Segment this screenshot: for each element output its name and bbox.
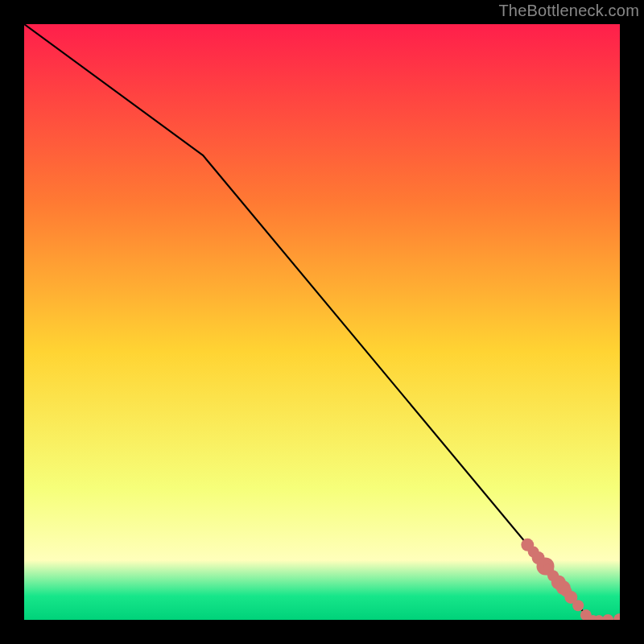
plot-frame	[24, 24, 620, 620]
plot-inner	[24, 24, 620, 620]
gradient-background	[24, 24, 620, 620]
data-point	[572, 600, 584, 611]
chart-svg	[24, 24, 620, 620]
chart-stage: TheBottleneck.com	[0, 0, 644, 644]
watermark-text: TheBottleneck.com	[498, 2, 639, 20]
